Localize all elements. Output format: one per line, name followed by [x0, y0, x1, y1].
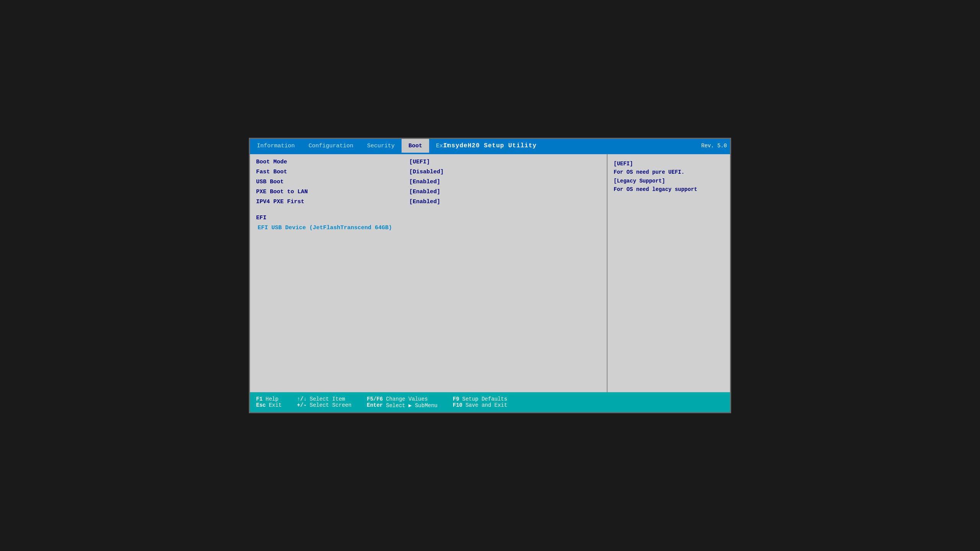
status-save: F9 Setup Defaults F10 Save and Exit — [453, 396, 507, 408]
key-enter: Enter — [367, 402, 383, 408]
section-gap — [256, 209, 601, 215]
setting-row-ipv4-pxe[interactable]: IPV4 PXE First [Enabled] — [256, 199, 601, 208]
status-nav: ↑/↓ Select Item +/- Select Screen — [297, 396, 351, 408]
status-f9-row: F9 Setup Defaults — [453, 396, 507, 402]
efi-header-label: EFI — [256, 215, 379, 221]
desc-setup-defaults: Setup Defaults — [462, 396, 508, 402]
status-plusminus-row: +/- Select Screen — [297, 402, 351, 408]
menu-item-security[interactable]: Security — [360, 139, 402, 153]
left-panel: Boot Mode [UEFI] Fast Boot [Disabled] US… — [250, 154, 608, 392]
bios-rev: Rev. 5.0 — [701, 139, 727, 153]
status-f5f6-row: F5/F6 Change Values — [367, 396, 437, 402]
key-plusminus: +/- — [297, 402, 307, 408]
help-text: [UEFI] For OS need pure UEFI. [Legacy Su… — [614, 160, 724, 194]
help-line-2: [Legacy Support] — [614, 177, 724, 185]
help-line-1: For OS need pure UEFI. — [614, 168, 724, 176]
key-esc: Esc — [256, 402, 266, 408]
desc-help: Help — [266, 396, 279, 402]
status-esc-row: Esc Exit — [256, 402, 282, 408]
setting-value-ipv4-pxe: [Enabled] — [409, 199, 440, 205]
key-f5f6: F5/F6 — [367, 396, 383, 402]
menu-item-configuration[interactable]: Configuration — [302, 139, 360, 153]
setting-value-fast-boot: [Disabled] — [409, 169, 444, 175]
desc-save-exit: Save and Exit — [466, 402, 507, 408]
menu-item-boot[interactable]: Boot — [402, 139, 429, 153]
main-content: Boot Mode [UEFI] Fast Boot [Disabled] US… — [250, 154, 730, 392]
setting-row-boot-mode[interactable]: Boot Mode [UEFI] — [256, 159, 601, 168]
setting-value-pxe-boot: [Enabled] — [409, 189, 440, 195]
key-updown: ↑/↓ — [297, 396, 307, 402]
status-updown-row: ↑/↓ Select Item — [297, 396, 351, 402]
settings-list: Boot Mode [UEFI] Fast Boot [Disabled] US… — [256, 159, 601, 235]
setting-label-pxe-boot: PXE Boot to LAN — [256, 189, 379, 195]
setting-label-fast-boot: Fast Boot — [256, 169, 379, 175]
key-f1: F1 — [256, 396, 263, 402]
status-enter-row: Enter Select ▶ SubMenu — [367, 402, 437, 409]
efi-header-row: EFI — [256, 215, 601, 224]
setting-label-usb-boot: USB Boot — [256, 179, 379, 185]
status-bar: F1 Help Esc Exit ↑/↓ Select Item +/- Sel… — [250, 392, 730, 412]
status-f1: F1 Help Esc Exit — [256, 396, 282, 408]
efi-sub-item-row[interactable]: EFI USB Device (JetFlashTranscend 64GB) — [256, 225, 601, 234]
help-line-0: [UEFI] — [614, 160, 724, 168]
status-f10-row: F10 Save and Exit — [453, 402, 507, 408]
efi-sub-item: EFI USB Device (JetFlashTranscend 64GB) — [256, 225, 392, 231]
setting-row-fast-boot[interactable]: Fast Boot [Disabled] — [256, 169, 601, 178]
setting-value-usb-boot: [Enabled] — [409, 179, 440, 185]
menu-bar: Information Configuration Security Boot … — [250, 139, 730, 153]
desc-submenu: Select ▶ SubMenu — [386, 402, 437, 409]
setting-row-usb-boot[interactable]: USB Boot [Enabled] — [256, 179, 601, 188]
bios-title: InsydeH20 Setup Utility — [443, 139, 537, 153]
status-f1-row: F1 Help — [256, 396, 282, 402]
status-values: F5/F6 Change Values Enter Select ▶ SubMe… — [367, 396, 437, 409]
bios-screen: Information Configuration Security Boot … — [249, 138, 731, 413]
desc-exit: Exit — [269, 402, 282, 408]
setting-row-pxe-boot[interactable]: PXE Boot to LAN [Enabled] — [256, 189, 601, 198]
key-f10: F10 — [453, 402, 462, 408]
menu-item-information[interactable]: Information — [250, 139, 302, 153]
help-line-3: For OS need legacy support — [614, 185, 724, 194]
desc-change-values: Change Values — [386, 396, 428, 402]
setting-label-boot-mode: Boot Mode — [256, 159, 379, 165]
setting-value-boot-mode: [UEFI] — [409, 159, 430, 165]
desc-select-screen: Select Screen — [310, 402, 351, 408]
desc-select-item: Select Item — [310, 396, 345, 402]
right-panel: [UEFI] For OS need pure UEFI. [Legacy Su… — [608, 154, 730, 392]
menu-item-exit[interactable]: Exit — [429, 139, 457, 153]
setting-label-ipv4-pxe: IPV4 PXE First — [256, 199, 379, 205]
key-f9: F9 — [453, 396, 459, 402]
